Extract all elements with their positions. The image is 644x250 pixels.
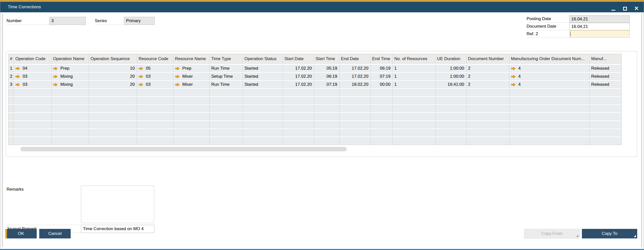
cell-start_time[interactable]	[314, 89, 339, 96]
cell-manuf[interactable]	[590, 105, 621, 112]
cell-row_num[interactable]	[9, 121, 14, 129]
cell-start_date[interactable]	[283, 121, 314, 129]
cell-end_date[interactable]	[339, 89, 371, 96]
cell-no_of_resources[interactable]: 1	[393, 73, 436, 80]
link-arrow-icon[interactable]	[139, 83, 143, 87]
cell-operation_sequence[interactable]	[89, 89, 137, 96]
cell-resource_code[interactable]: 03	[137, 73, 174, 80]
cell-resource_code[interactable]	[137, 89, 174, 96]
cell-mo_document_number[interactable]: 4	[509, 73, 590, 80]
link-arrow-icon[interactable]	[15, 83, 20, 87]
cell-resource_name[interactable]	[174, 121, 210, 129]
series-field[interactable]: Primary	[124, 17, 155, 25]
cell-row_num[interactable]: 3	[9, 81, 14, 88]
cell-operation_code[interactable]: 04	[14, 65, 52, 72]
cell-manuf[interactable]	[590, 113, 621, 120]
cell-end_date[interactable]	[339, 121, 371, 129]
cell-start_date[interactable]: 17.02.20	[283, 65, 314, 72]
cell-mo_document_number[interactable]	[509, 129, 590, 137]
cell-ue_duration[interactable]: 1:00:00	[436, 73, 466, 80]
column-header-operation_name[interactable]: Operation Name	[52, 54, 89, 63]
cell-no_of_resources[interactable]	[393, 137, 436, 145]
cell-mo_document_number[interactable]: 4	[509, 81, 590, 88]
cell-no_of_resources[interactable]: 1	[393, 81, 436, 88]
cell-operation_status[interactable]: Started	[243, 73, 283, 80]
column-header-time_type[interactable]: Time Type	[210, 54, 243, 63]
cell-ue_duration[interactable]	[436, 89, 466, 96]
link-arrow-icon[interactable]	[53, 67, 58, 70]
cell-resource_code[interactable]	[137, 129, 174, 137]
column-header-row_num[interactable]: #	[9, 54, 14, 63]
cell-operation_name[interactable]	[52, 97, 89, 104]
cell-resource_code[interactable]: 03	[137, 81, 174, 88]
cell-resource_code[interactable]	[137, 113, 174, 120]
cell-start_time[interactable]	[314, 105, 339, 112]
title-bar[interactable]: Time Corrections ✕	[0, 0, 644, 12]
cell-end_date[interactable]	[339, 105, 371, 112]
cell-no_of_resources[interactable]	[393, 105, 436, 112]
cell-manuf[interactable]: Released	[590, 73, 621, 80]
column-header-operation_status[interactable]: Operation Status	[243, 54, 283, 63]
cell-ue_duration[interactable]	[436, 113, 466, 120]
cell-operation_sequence[interactable]	[89, 105, 137, 112]
cell-end_time[interactable]	[371, 105, 393, 112]
link-arrow-icon[interactable]	[139, 75, 143, 78]
link-arrow-icon[interactable]	[175, 75, 180, 78]
link-arrow-icon[interactable]	[139, 67, 143, 70]
cell-time_type[interactable]: Run Time	[210, 81, 243, 88]
cell-ue_duration[interactable]	[436, 129, 466, 137]
cell-operation_code[interactable]: 03	[14, 73, 52, 80]
cell-resource_name[interactable]	[174, 97, 210, 104]
cell-document_number[interactable]	[466, 97, 509, 104]
cell-resource_name[interactable]: Prep	[174, 65, 210, 72]
cell-operation_status[interactable]	[243, 137, 283, 145]
minimize-button[interactable]	[610, 5, 617, 12]
number-field[interactable]: 3	[49, 17, 86, 25]
cell-operation_status[interactable]	[243, 113, 283, 120]
cell-resource_name[interactable]	[174, 105, 210, 112]
cell-end_time[interactable]	[371, 89, 393, 96]
cell-operation_status[interactable]	[243, 121, 283, 129]
cell-end_time[interactable]	[371, 121, 393, 129]
cell-end_time[interactable]: 00:00	[371, 81, 393, 88]
cell-ue_duration[interactable]: 16:41:00	[436, 81, 466, 88]
cell-operation_code[interactable]	[14, 97, 52, 104]
cell-resource_name[interactable]	[174, 89, 210, 96]
cell-operation_name[interactable]	[52, 105, 89, 112]
column-header-mo_document_number[interactable]: Manufacturing Order Document Num...	[509, 54, 590, 63]
cell-resource_code[interactable]	[137, 137, 174, 145]
cell-ue_duration[interactable]	[436, 121, 466, 129]
cell-end_date[interactable]	[339, 137, 371, 145]
cell-start_date[interactable]: 17.02.20	[283, 73, 314, 80]
cell-resource_code[interactable]	[137, 105, 174, 112]
cell-resource_name[interactable]: Mixer	[174, 81, 210, 88]
cell-operation_name[interactable]: Prep	[52, 65, 89, 72]
cell-start_date[interactable]	[283, 89, 314, 96]
left-scrollbar[interactable]	[2, 13, 3, 247]
cell-operation_name[interactable]: Mixing	[52, 81, 89, 88]
column-header-start_date[interactable]: Start Date	[283, 54, 314, 63]
cell-end_time[interactable]	[371, 137, 393, 145]
cell-operation_sequence[interactable]	[89, 137, 137, 145]
cell-operation_name[interactable]: Mixing	[52, 73, 89, 80]
cell-manuf[interactable]	[590, 121, 621, 129]
cell-time_type[interactable]	[210, 105, 243, 112]
cell-row_num[interactable]	[9, 113, 14, 120]
link-arrow-icon[interactable]	[511, 75, 516, 78]
cell-operation_name[interactable]	[52, 129, 89, 137]
cell-manuf[interactable]	[590, 97, 621, 104]
cell-operation_code[interactable]	[14, 129, 52, 137]
close-button[interactable]: ✕	[633, 5, 640, 12]
cell-operation_status[interactable]	[243, 97, 283, 104]
cell-mo_document_number[interactable]	[509, 105, 590, 112]
cell-operation_code[interactable]: 03	[14, 81, 52, 88]
cell-operation_name[interactable]	[52, 113, 89, 120]
column-header-no_of_resources[interactable]: No. of Resources	[393, 54, 436, 63]
cell-row_num[interactable]: 2	[9, 73, 14, 80]
cell-operation_status[interactable]	[243, 89, 283, 96]
cell-document_number[interactable]: 2	[466, 65, 509, 72]
copy-from-button[interactable]: Copy From	[524, 229, 580, 238]
cell-manuf[interactable]	[590, 129, 621, 137]
link-arrow-icon[interactable]	[175, 67, 180, 70]
cell-time_type[interactable]	[210, 89, 243, 96]
